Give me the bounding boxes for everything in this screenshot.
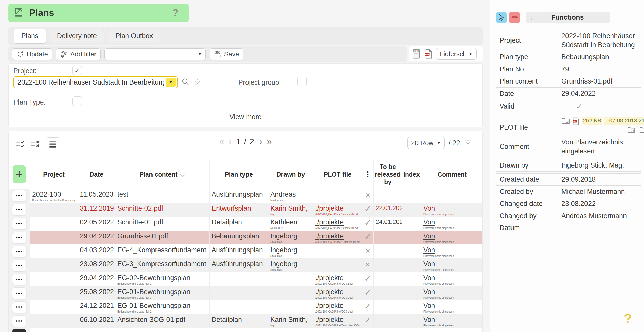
plan-type-checkbox[interactable] (72, 96, 82, 106)
row-actions-cell: ••• (9, 258, 30, 272)
comment-link[interactable]: Von (423, 260, 435, 268)
column-header-comment[interactable]: Comment (421, 160, 483, 189)
corner-help-icon[interactable]: ? (624, 311, 632, 326)
remove-button[interactable] (509, 12, 520, 23)
last-page-button[interactable]: » (267, 136, 272, 147)
comment-link[interactable]: Von (423, 218, 435, 226)
plot-file-link[interactable]: ./projekte (315, 204, 344, 212)
comment-link[interactable]: Von (423, 316, 435, 323)
table-row[interactable]: ••• 31.12.2019 Schnitte-02.pdf Entwurfsp… (9, 203, 482, 217)
row-menu-button[interactable]: ••• (12, 315, 26, 327)
comment-link[interactable]: Von (423, 274, 435, 282)
detail-label: Comment (496, 143, 560, 151)
column-header-project[interactable]: Project (30, 160, 78, 189)
row-released-by-cell (373, 272, 402, 286)
row-index-cell (402, 217, 421, 231)
save-button[interactable]: Save (210, 48, 243, 60)
column-header-plot-file[interactable]: PLOT file (313, 160, 362, 189)
column-header-index[interactable]: Index (402, 160, 421, 189)
project-favorite-button[interactable]: ☆ (194, 77, 201, 87)
add-filter-button[interactable]: Add filter (56, 48, 101, 60)
project-filter-checkbox[interactable]: ✓ (72, 66, 82, 75)
row-menu-button[interactable]: ••• (12, 204, 26, 216)
table-row[interactable]: ••• 29.04.2022 EG-02-Bewehrungsplan Bode… (9, 272, 482, 286)
comment-link[interactable]: Von (423, 232, 435, 240)
row-menu-button[interactable]: ••• (12, 301, 26, 313)
detail-row-plan-no: Plan No. 79 (496, 63, 641, 75)
table-row[interactable]: ••• 29.04.2022 Grundriss-01.pdf Bebauung… (9, 231, 482, 244)
plot-folder-search-icon[interactable] (627, 126, 635, 133)
project-link[interactable]: 2022-100 (32, 191, 61, 198)
first-page-button[interactable]: « (219, 136, 224, 147)
check-all-icon[interactable] (15, 140, 26, 149)
row-menu-button[interactable]: ••• (12, 287, 26, 299)
row-menu-button[interactable]: ••• (12, 274, 26, 285)
filter-preset-select[interactable]: ▼ (104, 48, 206, 60)
table-row[interactable]: ••• 04.03.2022 EG-4_Kompressorfundament … (9, 244, 482, 258)
combobox-dropdown-button[interactable]: ▼ (166, 78, 176, 87)
column-header-to-be-released-by[interactable]: To be released by (373, 160, 402, 189)
plan-content-subtext: Bodenplatte obere Lage_Teil 3 (117, 296, 207, 299)
plot-file-link[interactable]: ./projekte (315, 218, 344, 226)
row-comment-cell: Von Planverzeichnis eingelesen (421, 231, 483, 244)
project-group-checkbox[interactable] (297, 77, 307, 86)
collapse-icon[interactable] (464, 140, 472, 146)
view-more-link[interactable]: View more (219, 113, 272, 121)
row-menu-button[interactable] (12, 329, 26, 332)
drawn-by-value: Kathleen (270, 218, 311, 226)
column-header-drawn-by[interactable]: Drawn by (268, 160, 313, 189)
row-released-mark-cell: × (362, 258, 373, 272)
table-row[interactable]: ••• 24.12.2021 EG-01-Bewehrungsplan Bode… (9, 300, 482, 314)
uncheck-all-icon[interactable] (30, 140, 41, 149)
plot-file-link[interactable]: ./projekte (315, 232, 344, 240)
update-button[interactable]: Update (12, 48, 52, 60)
column-header-plan-type[interactable]: Plan type (209, 160, 268, 189)
export-pdf-icon[interactable]: PDF (424, 49, 433, 59)
select-mode-button[interactable] (496, 12, 507, 23)
row-menu-button[interactable]: ••• (12, 190, 26, 202)
project-combobox[interactable]: 2022-100 Reihenhäuser Südstadt In Bearbe… (13, 76, 178, 88)
comment-link[interactable]: Von (423, 288, 435, 296)
table-menu-button[interactable] (46, 137, 60, 151)
row-plan-type-cell: Ausführungsplan (209, 258, 268, 272)
table-row[interactable]: ••• 02.05.2022 Schnitte-01.pdf Detailpla… (9, 217, 482, 231)
rows-per-page-select[interactable]: 20 Row ▼ (407, 137, 445, 149)
details-panel-header: ↓ Functions (496, 12, 641, 23)
table-row[interactable]: ••• 23.08.2022 EG-3_Kompressorfundament … (9, 258, 482, 272)
comment-link[interactable]: Von (423, 302, 435, 309)
table-row[interactable]: ••• 25.08.2022 EG-01-Bewehrungsplan Bode… (9, 286, 482, 300)
plot-folder-remove-icon[interactable] (561, 117, 570, 125)
column-header-date[interactable]: Date (78, 160, 115, 189)
tab-plans[interactable]: Plans (14, 29, 46, 44)
project-search-button[interactable] (181, 78, 190, 86)
row-menu-button[interactable]: ••• (12, 218, 26, 230)
column-header-plan-content[interactable]: Plan content (115, 160, 209, 189)
plot-folder-remove-icon[interactable] (639, 126, 644, 133)
tab-plan-outbox[interactable]: Plan Outbox (108, 30, 160, 43)
row-menu-button[interactable]: ••• (12, 260, 26, 271)
help-icon[interactable]: ? (172, 7, 179, 19)
add-filter-label: Add filter (70, 50, 97, 58)
table-row[interactable]: ••• 06.10.2021 Ansichten-3OG-01.pdf Deta… (9, 314, 482, 328)
add-plan-button[interactable]: + (13, 165, 26, 183)
export-type-select[interactable]: Lieferschein ▼ (436, 48, 477, 60)
prev-page-button[interactable]: ‹ (229, 136, 232, 147)
tab-delivery-note[interactable]: Delivery note (50, 30, 104, 43)
next-page-button[interactable]: › (259, 136, 262, 147)
comment-link[interactable]: Von (423, 204, 435, 212)
export-csv-icon[interactable]: CSV (412, 49, 421, 59)
plot-file-link[interactable]: ./projekte (315, 302, 344, 309)
table-row[interactable]: ••• 2022-100 Reihenhäuser Südstadt In Be… (9, 189, 482, 203)
column-header-more[interactable]: ⋮ (362, 160, 373, 189)
row-date-cell: 11.05.2023 (78, 189, 115, 203)
plot-file-link[interactable]: ./projekte (315, 274, 344, 282)
plot-pdf-icon[interactable]: PDF (572, 117, 580, 125)
plan-type-value: Detailplan (212, 218, 266, 226)
plot-file-link[interactable]: ./projekte (315, 288, 344, 296)
row-menu-button[interactable]: ••• (12, 232, 26, 243)
comment-link[interactable]: Von (423, 246, 435, 254)
plot-file-link[interactable]: ./projekte (315, 316, 344, 323)
functions-dropdown[interactable]: ↓ Functions (526, 12, 610, 23)
row-menu-button[interactable]: ••• (12, 246, 26, 257)
date-value: 11.05.2023 (80, 191, 113, 198)
